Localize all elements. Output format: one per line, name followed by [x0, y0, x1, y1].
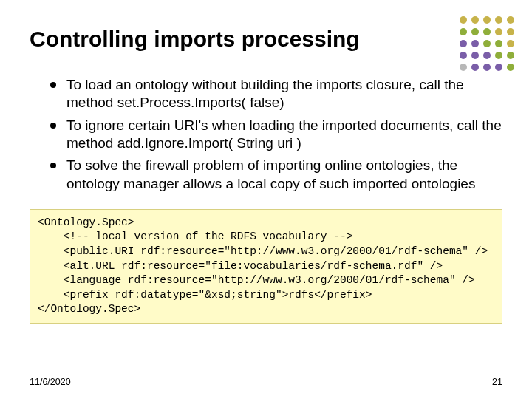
decor-dot: [495, 64, 502, 71]
decor-dot: [483, 28, 491, 35]
slide: Controlling imports processing To load a…: [0, 0, 532, 399]
code-line: <alt.URL rdf:resource="file:vocabularies…: [38, 260, 443, 272]
decor-dot: [495, 16, 502, 24]
decor-dot: [460, 28, 467, 35]
code-line: <public.URI rdf:resource="http://www.w3.…: [38, 245, 488, 257]
decor-dot: [507, 28, 514, 35]
decor-dot: [471, 40, 479, 47]
decor-dot: [471, 28, 479, 35]
code-line: <language rdf:resource="http://www.w3.or…: [38, 274, 475, 286]
decor-dot: [483, 16, 491, 24]
code-line: <Ontology.Spec>: [38, 216, 134, 228]
decor-dot: [507, 40, 514, 47]
code-block: <Ontology.Spec> <!-- local version of th…: [30, 209, 502, 324]
decor-dot: [507, 64, 514, 71]
decor-dot: [507, 52, 514, 59]
slide-footer: 11/6/2020 21: [30, 377, 502, 387]
decor-dot: [460, 16, 467, 24]
decor-dot: [483, 40, 491, 47]
decor-dot: [460, 64, 467, 71]
title-rule: [30, 58, 502, 58]
decor-dot: [460, 40, 467, 47]
decor-dot: [471, 64, 479, 71]
code-line: </Ontology.Spec>: [38, 303, 140, 315]
decor-dot: [460, 52, 467, 59]
code-line: <prefix rdf:datatype="&xsd;string">rdfs<…: [38, 289, 372, 301]
decor-dot: [483, 52, 491, 59]
decor-dot: [495, 40, 502, 47]
decor-dot: [483, 64, 491, 71]
corner-dot-grid: [460, 16, 516, 72]
code-line: <!-- local version of the RDFS vocabular…: [38, 231, 352, 242]
decor-dot: [495, 28, 502, 35]
bullet-item: To ignore certain URI's when loading the…: [50, 117, 502, 153]
bullet-item: To load an ontology without building the…: [50, 76, 502, 112]
decor-dot: [507, 16, 514, 24]
bullet-list: To load an ontology without building the…: [30, 76, 502, 193]
footer-page-number: 21: [492, 377, 502, 387]
decor-dot: [471, 52, 479, 59]
footer-date: 11/6/2020: [30, 377, 71, 387]
decor-dot: [495, 52, 502, 59]
bullet-item: To solve the firewall problem of importi…: [50, 157, 502, 193]
slide-title: Controlling imports processing: [30, 27, 502, 52]
decor-dot: [471, 16, 479, 24]
